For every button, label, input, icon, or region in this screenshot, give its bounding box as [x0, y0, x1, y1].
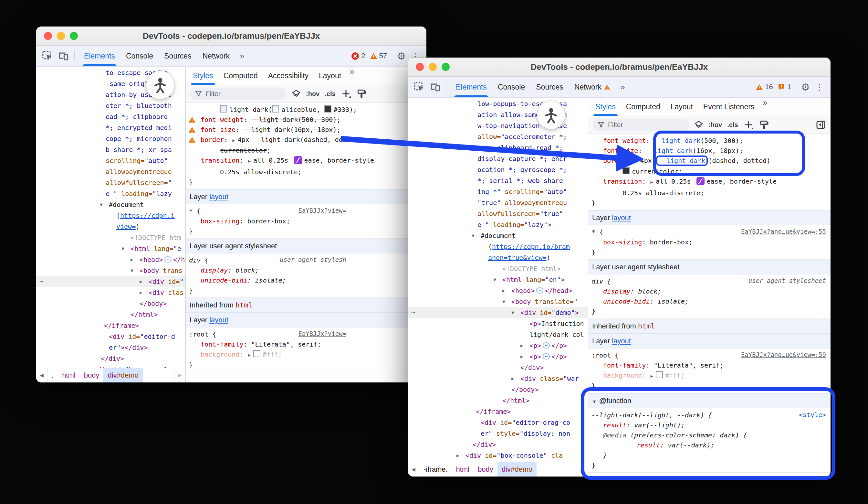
- style-declaration[interactable]: :root {: [186, 330, 426, 340]
- new-style-rule-icon[interactable]: [341, 89, 351, 99]
- dom-tree-line[interactable]: *; serial *; web-share: [408, 175, 588, 186]
- style-declaration[interactable]: }: [186, 226, 426, 236]
- style-declaration[interactable]: display: block;: [186, 265, 426, 275]
- expand-triangle-icon[interactable]: ▶: [248, 159, 251, 164]
- style-declaration[interactable]: background: ▶#fff;: [588, 371, 830, 381]
- dom-tree-line[interactable]: ▼<html lang="en">: [408, 274, 588, 285]
- section-collapse-icon[interactable]: ▼: [592, 399, 597, 404]
- dom-tree-line[interactable]: </html>: [408, 395, 588, 406]
- devtools-window-back[interactable]: DevTools - codepen.io/bramus/pen/EaYBJJx…: [36, 27, 426, 382]
- styles-filter-input[interactable]: Filter: [190, 88, 287, 100]
- style-declaration[interactable]: currentcolor;: [588, 167, 830, 177]
- style-declaration[interactable]: }: [588, 450, 830, 460]
- style-declaration[interactable]: background: ▶#fff;: [186, 350, 426, 360]
- kebab-menu-icon[interactable]: ⋮: [813, 82, 826, 92]
- dom-tree-line[interactable]: *; encrypted-medi: [36, 122, 185, 133]
- dom-tree-line[interactable]: display-capture *; encr: [408, 153, 588, 164]
- style-declaration[interactable]: font-family: "Literata", serif;: [588, 361, 830, 371]
- close-window-button[interactable]: [44, 32, 52, 40]
- expand-arrow-icon[interactable]: ▶: [502, 285, 505, 296]
- row-menu-dots-icon[interactable]: ⋯: [411, 307, 415, 318]
- dom-tree-line[interactable]: er" style="display: non: [408, 428, 588, 439]
- style-declaration[interactable]: unicode-bidi: isolate;: [186, 275, 426, 285]
- window-titlebar[interactable]: DevTools - codepen.io/bramus/pen/EaYBJJx: [408, 58, 830, 77]
- dom-tree-line[interactable]: ▶<div id="box-console" cla: [408, 450, 588, 461]
- expand-triangle-icon[interactable]: ▶: [248, 352, 251, 357]
- sidebar-tab-styles[interactable]: Styles: [590, 98, 621, 116]
- dom-tree-line[interactable]: </body>: [408, 384, 588, 395]
- close-window-button[interactable]: [416, 63, 424, 71]
- style-declaration[interactable]: font-weight: --light-dark(500, 300);: [186, 115, 426, 125]
- style-declaration[interactable]: }: [186, 360, 426, 370]
- dom-tree-line[interactable]: ▼<body trans: [36, 265, 185, 276]
- crumb-scroll-right-icon[interactable]: ▶: [577, 462, 588, 476]
- dom-tree-line[interactable]: </iframe>: [408, 406, 588, 417]
- breadcrumb-item[interactable]: .: [48, 368, 58, 382]
- dom-tree-line[interactable]: allowpaymentreque: [36, 166, 185, 177]
- style-declaration[interactable]: font-weight: --light-dark(500, 300);: [588, 136, 830, 146]
- dom-tree-line[interactable]: </html>: [36, 309, 185, 320]
- collapse-arrow-icon[interactable]: ▼: [131, 265, 133, 276]
- crumb-scroll-right-icon[interactable]: ▶: [174, 368, 185, 382]
- dom-tree-line[interactable]: ▶<div class="war: [408, 373, 588, 384]
- style-declaration[interactable]: transition: ▶all 0.25s ease, border-styl…: [186, 155, 426, 167]
- style-declaration[interactable]: result: var(--dark);: [588, 440, 830, 450]
- collapse-sidebar-icon[interactable]: [816, 120, 826, 130]
- style-declaration[interactable]: currentcolor;: [186, 145, 426, 155]
- tab-sources[interactable]: Sources: [158, 46, 197, 66]
- crumb-scroll-left-icon[interactable]: ◀: [408, 462, 419, 476]
- rendering-emulation-icon[interactable]: [759, 120, 769, 130]
- style-declaration[interactable]: 0.25s allow-discrete;: [588, 188, 830, 198]
- style-declaration[interactable]: --light-dark(--light, --dark) {: [588, 410, 830, 420]
- zoom-window-button[interactable]: [70, 32, 78, 40]
- dom-tree-line[interactable]: <div id="editor-d: [36, 331, 185, 342]
- dom-tree-line[interactable]: b-share *; xr-spa: [36, 144, 185, 155]
- style-declaration[interactable]: transition: ▶all 0.25s ease, border-styl…: [588, 177, 830, 188]
- warning-badge[interactable]: 57: [370, 52, 387, 60]
- sidebar-tab-layout[interactable]: Layout: [665, 98, 698, 116]
- style-declaration[interactable]: unicode-bidi: isolate;: [588, 296, 830, 306]
- expand-arrow-icon[interactable]: ▶: [456, 450, 459, 461]
- style-declaration[interactable]: }: [186, 177, 426, 187]
- dom-tree-line[interactable]: <!DOCTYPE html>: [408, 263, 588, 274]
- dom-tree-line[interactable]: ▼#document: [408, 230, 588, 241]
- dom-tree-line[interactable]: </div>: [408, 439, 588, 450]
- dom-tree-line[interactable]: anon=true&view=): [408, 252, 588, 263]
- dom-tree-line[interactable]: cope *; microphon: [36, 133, 185, 144]
- breadcrumb-item[interactable]: div#demo: [103, 368, 143, 382]
- layer-link[interactable]: layout: [612, 337, 631, 345]
- collapse-arrow-icon[interactable]: ▼: [512, 307, 514, 318]
- style-declaration[interactable]: @media (prefers-color-scheme: dark) {: [588, 430, 830, 440]
- toggle-hover-state-button[interactable]: :hov: [306, 90, 320, 98]
- styles-filter-input[interactable]: Filter: [593, 119, 689, 131]
- color-swatch[interactable]: [253, 350, 260, 357]
- layer-link[interactable]: layout: [209, 316, 228, 324]
- element-state-layers-icon[interactable]: [292, 89, 301, 98]
- dom-tree-line[interactable]: ▶<div id="box-consol: [36, 364, 185, 368]
- expand-inline-icon[interactable]: ⋯: [164, 256, 172, 262]
- dom-tree-line[interactable]: allowfullscreen="true": [408, 208, 588, 219]
- settings-gear-icon[interactable]: ⚙: [799, 81, 812, 93]
- breadcrumb-item[interactable]: -iframe.: [419, 462, 452, 476]
- breadcrumb-item[interactable]: body: [474, 462, 497, 476]
- collapse-arrow-icon[interactable]: ▼: [493, 274, 496, 285]
- style-declaration[interactable]: font-family: "Literata", serif;: [186, 340, 426, 350]
- expand-inline-icon[interactable]: ⋯: [543, 342, 550, 349]
- style-declaration[interactable]: font-size: --light-dark(16px, 18px);: [186, 125, 426, 135]
- style-declaration[interactable]: result: var(--light);: [588, 420, 830, 430]
- more-panels-icon[interactable]: »: [617, 82, 628, 92]
- tab-network[interactable]: Network: [197, 46, 235, 66]
- expand-triangle-icon[interactable]: ▶: [635, 159, 637, 164]
- settings-gear-icon[interactable]: ⚙: [395, 50, 408, 62]
- collapse-arrow-icon[interactable]: ▼: [472, 230, 475, 241]
- style-declaration[interactable]: border: ▶4px --light-dark(dashed, dotted…: [588, 156, 830, 167]
- style-declaration[interactable]: box-sizing: border-box;: [588, 237, 830, 247]
- dom-tree-line[interactable]: </iframe>: [36, 320, 185, 331]
- style-declaration[interactable]: border: ▶4px --light-dark(dashed, dotted…: [186, 135, 426, 145]
- dom-tree-line[interactable]: e " loading="lazy">: [408, 219, 588, 230]
- dom-tree-line[interactable]: scrolling="auto": [36, 155, 185, 166]
- dom-tree-line[interactable]: ⋯▼<div id="demo">: [408, 307, 588, 318]
- expand-arrow-icon[interactable]: ▶: [140, 276, 143, 287]
- issues-badge[interactable]: 1: [777, 83, 791, 91]
- style-declaration[interactable]: }: [588, 247, 830, 257]
